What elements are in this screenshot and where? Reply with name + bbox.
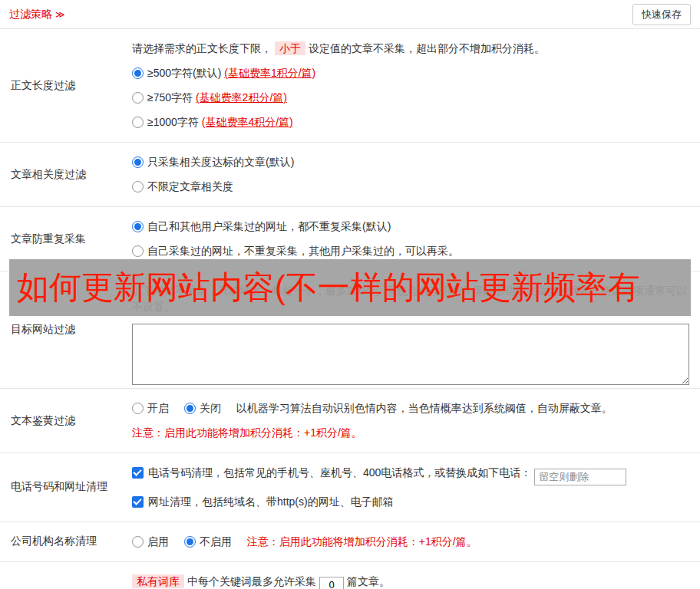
option-label: 自己采集过的网址，不重复采集，其他用户采集过的，可以再采。 [147,245,459,257]
page-title-text: 过滤策略 [9,8,52,20]
option-rate-note: (基础费率1积分/篇) [224,67,315,79]
row-porn-filter: 文本鉴黄过滤 开启 关闭 以机器学习算法自动识别色情内容，当色情概率达到系统阈值… [0,389,700,453]
porn-filter-desc: 以机器学习算法自动识别色情内容，当色情概率达到系统阈值，自动屏蔽文章。 [236,402,612,414]
radio-option-dedup-self-only[interactable]: 自己采集过的网址，不重复采集，其他用户采集过的，可以再采。 [132,243,692,259]
phone-cleanup-option: 电话号码清理，包括常见的手机号、座机号、400电话格式，或替换成如下电话： [132,465,692,485]
radio-icon[interactable] [132,403,144,414]
quick-save-button[interactable]: 快速保存 [632,4,691,25]
checkbox-phone-cleanup[interactable]: 电话号码清理，包括常见的手机号、座机号、400电话格式，或替换成如下电话： [132,466,531,479]
less-than-highlight: 小于 [275,41,305,55]
intro-post: 设定值的文章不采集，超出部分不增加积分消耗。 [309,42,545,54]
radio-option-dedup-all-users[interactable]: 自己和其他用户采集过的网址，都不重复采集(默认) [132,219,692,235]
row-label-length-filter: 正文长度过滤 [0,29,132,142]
radio-icon[interactable] [132,67,144,79]
row-label-porn-filter: 文本鉴黄过滤 [0,389,132,452]
row-content-porn-filter: 开启 关闭 以机器学习算法自动识别色情内容，当色情概率达到系统阈值，自动屏蔽文章… [132,389,700,452]
option-label: ≥750字符 [147,91,193,104]
row-keyword-dedup: 关键词防重复采集 私有词库中每个关键词最多允许采集篇文章。 如果留空或设为0，则… [0,562,700,589]
row-relevance-filter: 文章相关度过滤 只采集相关度达标的文章(默认) 不限定文章相关度 [0,143,700,207]
option-rate-note: (基础费率2积分/篇) [196,91,287,104]
radio-icon[interactable] [184,536,196,548]
option-label: ≥500字符(默认) [147,67,221,79]
option-rate-note: (基础费率4积分/篇) [202,116,293,128]
option-label: 电话号码清理，包括常见的手机号、座机号、400电话格式，或替换成如下电话： [148,466,531,479]
checkbox-url-cleanup[interactable]: 网址清理，包括纯域名、带http(s)的网址、电子邮箱 [132,494,692,510]
porn-filter-options: 开启 关闭 以机器学习算法自动识别色情内容，当色情概率达到系统阈值，自动屏蔽文章… [132,400,692,416]
row-content-company-cleanup: 启用 不启用 注意：启用此功能将增加积分消耗：+1积分/篇。 [132,522,700,561]
radio-option-relevant-only[interactable]: 只采集相关度达标的文章(默认) [132,154,692,170]
keyword-dedup-line1: 私有词库中每个关键词最多允许采集篇文章。 [132,574,692,589]
overlay-banner: 如何更新网站内容(不一样的网站更新频率有 [9,259,691,316]
company-cleanup-options: 启用 不启用 注意：启用此功能将增加积分消耗：+1积分/篇。 [132,534,692,550]
intro-pre: 请选择需求的正文长度下限， [132,42,272,54]
radio-icon[interactable] [132,245,144,257]
radio-option-company-off[interactable]: 不启用 [184,535,232,548]
radio-icon[interactable] [132,156,144,168]
checkbox-checked-icon[interactable] [132,467,144,479]
radio-icon[interactable] [132,536,144,548]
radio-option-500[interactable]: ≥500字符(默认) (基础费率1积分/篇) [132,65,692,81]
row-company-cleanup: 公司机构名称清理 启用 不启用 注意：启用此功能将增加积分消耗：+1积分/篇。 [0,522,700,562]
overlay-caption-text: 如何更新网站内容(不一样的网站更新频率有 [17,271,640,304]
radio-option-porn-on[interactable]: 开启 [132,402,169,414]
row-label-company-cleanup: 公司机构名称清理 [0,522,132,561]
option-label: 网址清理，包括纯域名、带http(s)的网址、电子邮箱 [148,495,394,508]
line1-post: 篇文章。 [347,575,390,587]
page-title[interactable]: 过滤策略 ≫ [9,8,64,21]
row-label-phone-url: 电话号码和网址清理 [0,453,132,522]
radio-option-1000[interactable]: ≥1000字符 (基础费率4积分/篇) [132,114,692,130]
topbar: 过滤策略 ≫ 快速保存 [0,0,700,29]
row-length-filter: 正文长度过滤 请选择需求的正文长度下限，小于设定值的文章不采集，超出部分不增加积… [0,29,700,143]
line1-text: 中每个关键词最多允许采集 [187,575,316,587]
option-label: 只采集相关度达标的文章(默认) [147,156,294,168]
radio-icon[interactable] [132,181,144,192]
option-label: 启用 [147,535,169,548]
blocked-domains-textarea[interactable] [132,324,689,385]
option-label: 不限定文章相关度 [147,180,233,192]
option-label: 不启用 [200,535,232,548]
row-label-keyword-dedup: 关键词防重复采集 [0,562,132,589]
porn-filter-note: 注意：启用此功能将增加积分消耗：+1积分/篇。 [132,425,692,441]
option-label: ≥1000字符 [147,116,199,128]
radio-icon[interactable] [132,117,144,128]
private-lexicon-highlight: 私有词库 [132,574,184,588]
option-label: 开启 [147,402,169,414]
radio-icon[interactable] [132,221,144,232]
option-label: 关闭 [200,402,221,414]
checkbox-checked-icon[interactable] [132,496,144,508]
company-cleanup-note: 注意：启用此功能将增加积分消耗：+1积分/篇。 [247,535,477,548]
keyword-count-input[interactable] [319,577,344,589]
length-filter-intro: 请选择需求的正文长度下限，小于设定值的文章不采集，超出部分不增加积分消耗。 [132,41,692,57]
option-label: 自己和其他用户采集过的网址，都不重复采集(默认) [147,220,391,232]
row-content-keyword-dedup: 私有词库中每个关键词最多允许采集篇文章。 如果留空或设为0，则不限篇数。 如果设… [132,562,700,589]
radio-option-porn-off[interactable]: 关闭 [184,402,221,414]
replacement-phone-input[interactable] [534,469,626,485]
chevron-down-icon: ≫ [55,9,65,20]
row-content-length-filter: 请选择需求的正文长度下限，小于设定值的文章不采集，超出部分不增加积分消耗。 ≥5… [132,29,700,142]
radio-icon[interactable] [132,92,144,104]
radio-icon[interactable] [184,403,196,414]
row-label-relevance: 文章相关度过滤 [0,143,132,206]
radio-option-company-on[interactable]: 启用 [132,535,169,548]
row-phone-url-cleanup: 电话号码和网址清理 电话号码清理，包括常见的手机号、座机号、400电话格式，或替… [0,453,700,522]
radio-option-750[interactable]: ≥750字符 (基础费率2积分/篇) [132,90,692,106]
row-content-phone-url: 电话号码清理，包括常见的手机号、座机号、400电话格式，或替换成如下电话： 网址… [132,453,700,522]
row-content-relevance: 只采集相关度达标的文章(默认) 不限定文章相关度 [132,143,700,206]
radio-option-no-limit-relevance[interactable]: 不限定文章相关度 [132,179,692,195]
